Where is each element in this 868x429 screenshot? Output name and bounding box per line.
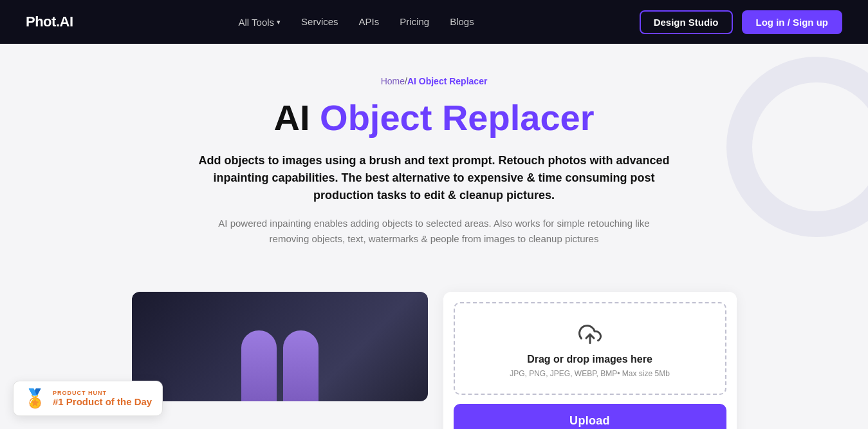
navigation: Phot.AI All Tools ▾ Services APIs Pricin… [0,0,868,44]
nav-link-apis[interactable]: APIs [359,16,380,27]
chevron-down-icon: ▾ [277,18,281,26]
nav-link-services[interactable]: Services [301,16,338,27]
tool-area: Drag or drop images here JPG, PNG, JPEG,… [119,292,750,429]
logo[interactable]: Phot.AI [26,14,73,30]
upload-button[interactable]: Upload [454,404,726,429]
nav-link-pricing[interactable]: Pricing [400,16,429,27]
page-title: AI Object Replacer [13,98,855,138]
breadcrumb-home[interactable]: Home [381,76,405,86]
hero-section: Home/AI Object Replacer AI Object Replac… [0,44,868,266]
hero-description: AI powered inpainting enables adding obj… [216,216,653,247]
drop-zone-subtitle: JPG, PNG, JPEG, WEBP, BMP• Max size 5Mb [468,369,712,378]
ph-value: #1 Product of the Day [53,396,152,407]
door-right [283,330,319,401]
product-hunt-badge[interactable]: 🏅 PRODUCT HUNT #1 Product of the Day [13,381,163,416]
design-studio-button[interactable]: Design Studio [640,10,733,34]
ph-label: PRODUCT HUNT [53,390,152,396]
drop-zone[interactable]: Drag or drop images here JPG, PNG, JPEG,… [454,302,726,395]
tool-image-bg [132,292,428,401]
door-illustration [241,330,319,401]
login-signup-button[interactable]: Log in / Sign up [742,10,842,34]
upload-panel: Drag or drop images here JPG, PNG, JPEG,… [443,292,737,429]
ph-text: PRODUCT HUNT #1 Product of the Day [53,390,152,407]
all-tools-dropdown[interactable]: All Tools ▾ [238,17,281,28]
medal-icon: 🏅 [24,388,46,409]
upload-icon [578,323,602,346]
breadcrumb-current: AI Object Replacer [407,76,488,86]
drop-zone-title: Drag or drop images here [468,354,712,365]
nav-link-blogs[interactable]: Blogs [450,16,474,27]
hero-subtitle: Add objects to images using a brush and … [190,152,679,204]
breadcrumb: Home/AI Object Replacer [13,76,855,86]
tool-image-panel [132,292,428,401]
door-left [241,330,277,401]
nav-actions: Design Studio Log in / Sign up [640,10,842,34]
